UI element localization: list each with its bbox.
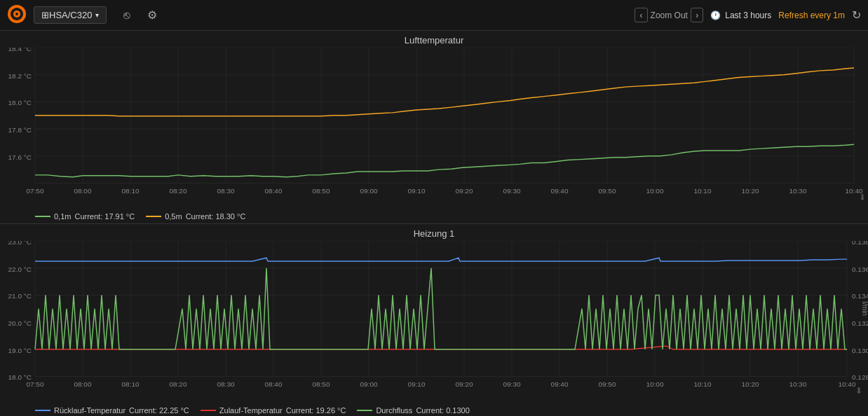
chart1-legend-current-2: Current: 18.30 °C <box>186 212 246 221</box>
chart2-legend-line-2 <box>201 410 216 411</box>
dashboard-title-text: HSA/C320 <box>49 10 92 20</box>
svg-text:10:30: 10:30 <box>789 187 807 195</box>
chart2-legend-current-3: Current: 0.1300 <box>416 406 469 415</box>
refresh-interval-button[interactable]: Refresh every 1m <box>778 11 845 20</box>
svg-text:08:30: 08:30 <box>217 380 235 388</box>
svg-text:18.0 °C: 18.0 °C <box>8 99 32 106</box>
svg-text:10:00: 10:00 <box>646 380 664 388</box>
svg-text:09:10: 09:10 <box>407 187 426 195</box>
svg-text:17.8 °C: 17.8 °C <box>8 126 32 134</box>
svg-text:08:10: 08:10 <box>121 380 140 388</box>
chart2-legend-label-1: Rücklauf-Temperatur <box>54 406 126 415</box>
svg-text:09:40: 09:40 <box>550 187 569 195</box>
svg-text:21.0 °C: 21.0 °C <box>8 292 32 300</box>
chart2-legend-line-3 <box>357 410 372 411</box>
svg-text:0.134: 0.134 <box>852 292 868 300</box>
zoom-forward-button[interactable]: › <box>691 8 703 22</box>
toolbar-right: ‹ Zoom Out › 🕐 Last 3 hours Refresh ever… <box>635 8 861 22</box>
svg-text:09:00: 09:00 <box>360 380 378 388</box>
svg-text:09:10: 09:10 <box>407 380 426 388</box>
svg-text:10:40: 10:40 <box>838 380 856 388</box>
chart1-svg: 18.4 °C 18.2 °C 18.0 °C 17.8 °C 17.6 °C … <box>0 48 868 204</box>
svg-text:10:20: 10:20 <box>741 380 759 388</box>
chart1-legend-label-2: 0,5m <box>165 212 182 221</box>
chart1-legend: 0,1m Current: 17.91 °C 0,5m Current: 18.… <box>35 212 245 221</box>
chart1-legend-item-1: 0,1m Current: 17.91 °C <box>35 212 135 221</box>
svg-text:22.0 °C: 22.0 °C <box>8 265 32 272</box>
time-range-text: Last 3 hours <box>725 11 771 20</box>
share-icon: ⎋ <box>123 9 130 21</box>
svg-text:18.2 °C: 18.2 °C <box>8 72 32 80</box>
chart1-legend-line-2 <box>146 216 161 217</box>
zoom-back-button[interactable]: ‹ <box>635 8 647 22</box>
chart2-svg: 23.0 °C 22.0 °C 21.0 °C 20.0 °C 19.0 °C … <box>0 241 868 397</box>
chart1-legend-current-1: Current: 17.91 °C <box>74 212 135 221</box>
chart1-title: Lufttemperatur <box>0 31 868 47</box>
svg-text:0.132: 0.132 <box>852 319 868 327</box>
svg-text:09:20: 09:20 <box>455 187 473 195</box>
svg-text:08:40: 08:40 <box>264 187 283 195</box>
share-button[interactable]: ⎋ <box>116 5 137 26</box>
chart-heizung: Heizung 1 <box>0 224 868 417</box>
svg-point-3 <box>15 13 18 15</box>
refresh-now-button[interactable]: ↻ <box>852 8 861 22</box>
chart2-legend-line-1 <box>35 410 50 411</box>
svg-text:08:00: 08:00 <box>74 187 92 195</box>
svg-text:10:20: 10:20 <box>741 187 759 195</box>
svg-text:18.4 °C: 18.4 °C <box>8 48 32 53</box>
svg-text:09:00: 09:00 <box>360 187 378 195</box>
svg-text:09:40: 09:40 <box>550 380 569 388</box>
refresh-icon: ↻ <box>852 9 861 21</box>
chart2-legend-label-2: Zulauf-Temperatur <box>219 406 283 415</box>
svg-text:10:00: 10:00 <box>646 187 664 195</box>
svg-text:09:50: 09:50 <box>598 380 616 388</box>
svg-text:⬇: ⬇ <box>859 193 866 202</box>
svg-text:10:10: 10:10 <box>693 380 712 388</box>
svg-text:19.0 °C: 19.0 °C <box>8 346 32 354</box>
svg-text:09:50: 09:50 <box>598 187 616 195</box>
time-range: 🕐 Last 3 hours <box>710 11 771 20</box>
chart1-legend-item-2: 0,5m Current: 18.30 °C <box>146 212 245 221</box>
svg-text:09:30: 09:30 <box>503 187 521 195</box>
charts-area: Lufttemperatur <box>0 31 868 416</box>
svg-text:08:00: 08:00 <box>74 380 92 388</box>
chart2-legend-label-3: Durchfluss <box>376 406 412 415</box>
chart2-legend-item-3: Durchfluss Current: 0.1300 <box>357 406 469 415</box>
grid-icon: ⊞ <box>41 10 49 20</box>
chart2-container: 23.0 °C 22.0 °C 21.0 °C 20.0 °C 19.0 °C … <box>0 241 868 397</box>
toolbar: ⊞ HSA/C320 ▾ ⎋ ⚙ ‹ Zoom Out › 🕐 Last 3 h… <box>0 0 868 31</box>
chart2-legend-item-2: Zulauf-Temperatur Current: 19.26 °C <box>201 406 346 415</box>
svg-text:08:20: 08:20 <box>169 187 187 195</box>
zoom-out-label: Zoom Out <box>651 11 688 20</box>
dashboard-title-button[interactable]: ⊞ HSA/C320 ▾ <box>34 6 107 24</box>
svg-text:08:20: 08:20 <box>169 380 187 388</box>
svg-text:09:20: 09:20 <box>455 380 473 388</box>
chart1-legend-label-1: 0,1m <box>54 212 71 221</box>
chart2-legend-current-1: Current: 22.25 °C <box>129 406 189 415</box>
clock-icon: 🕐 <box>710 11 721 20</box>
chart-lufttemperatur: Lufttemperatur <box>0 31 868 224</box>
svg-text:08:10: 08:10 <box>121 187 140 195</box>
chart1-legend-line-1 <box>35 216 50 217</box>
chart2-legend-item-1: Rücklauf-Temperatur Current: 22.25 °C <box>35 406 189 415</box>
svg-text:0.130: 0.130 <box>852 346 868 354</box>
svg-text:⬇: ⬇ <box>855 385 862 395</box>
svg-text:08:50: 08:50 <box>312 187 330 195</box>
settings-button[interactable]: ⚙ <box>140 4 164 26</box>
svg-text:07:50: 07:50 <box>26 187 44 195</box>
chart2-legend: Rücklauf-Temperatur Current: 22.25 °C Zu… <box>35 406 470 415</box>
svg-text:l/min: l/min <box>861 301 868 315</box>
svg-text:10:10: 10:10 <box>693 187 712 195</box>
chevron-down-icon: ▾ <box>95 11 99 19</box>
svg-text:07:50: 07:50 <box>26 380 44 388</box>
grafana-logo[interactable] <box>7 4 27 26</box>
svg-text:23.0 °C: 23.0 °C <box>8 241 32 246</box>
svg-text:08:50: 08:50 <box>312 380 330 388</box>
svg-text:08:30: 08:30 <box>217 187 235 195</box>
svg-text:10:30: 10:30 <box>789 380 807 388</box>
svg-text:0.138: 0.138 <box>852 241 868 246</box>
gear-icon: ⚙ <box>147 9 157 21</box>
chart2-title: Heizung 1 <box>0 224 868 240</box>
svg-text:08:40: 08:40 <box>264 380 283 388</box>
svg-text:17.6 °C: 17.6 °C <box>8 153 32 161</box>
